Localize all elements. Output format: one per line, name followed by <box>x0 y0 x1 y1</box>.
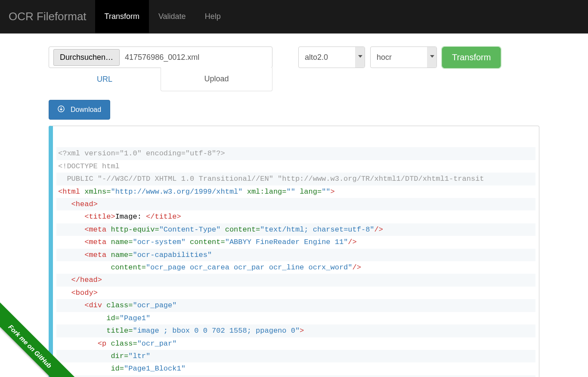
to-format-select[interactable]: hocr <box>370 46 437 68</box>
input-tabs: URL Upload <box>49 68 272 91</box>
tab-upload[interactable]: Upload <box>161 68 272 91</box>
from-format-select[interactable]: alto2.0 <box>298 46 365 68</box>
nav-help[interactable]: Help <box>195 0 230 33</box>
file-name-label: 417576986_0012.xml <box>120 53 204 62</box>
file-input[interactable]: Durchsuchen… 417576986_0012.xml <box>49 46 272 68</box>
download-label: Download <box>71 106 101 114</box>
browse-button[interactable]: Durchsuchen… <box>53 49 120 66</box>
download-icon <box>58 105 65 114</box>
brand-link[interactable]: OCR Fileformat <box>0 1 95 32</box>
tab-url[interactable]: URL <box>49 68 161 91</box>
nav-transform[interactable]: Transform <box>95 0 149 33</box>
nav-validate[interactable]: Validate <box>149 0 195 33</box>
navbar: OCR Fileformat Transform Validate Help <box>0 0 588 34</box>
download-button[interactable]: Download <box>49 100 110 120</box>
transform-button[interactable]: Transform <box>442 47 501 68</box>
output-code-panel: <?xml version="1.0" encoding="utf-8"?><!… <box>49 126 539 377</box>
